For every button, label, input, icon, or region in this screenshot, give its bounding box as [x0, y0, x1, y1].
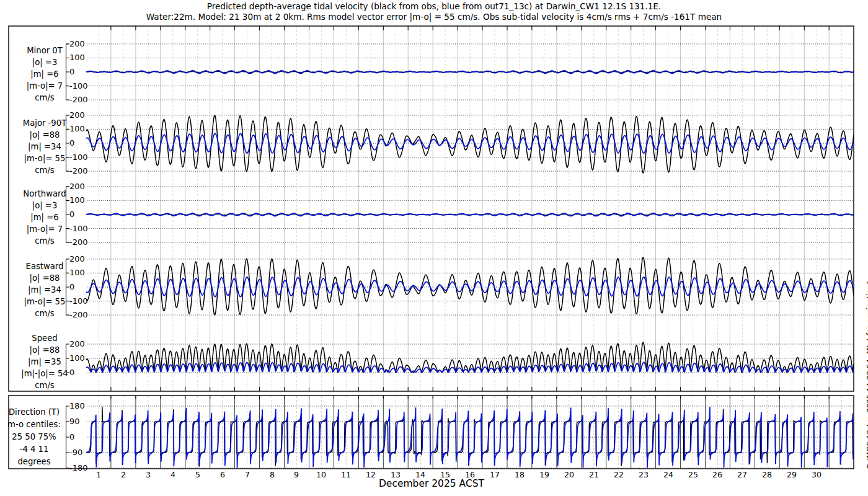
y-tick-label: 200 [69, 39, 85, 48]
panel-label-line: 25 50 75% [0, 431, 78, 443]
panel-label-line: m-o centiles: [0, 418, 78, 431]
panel-label-line: |m|-|o|= 54 [1, 368, 88, 379]
x-tick-label: 20 [559, 470, 580, 479]
x-tick-label: 5 [187, 470, 208, 479]
x-axis-title: December 2025 ACST [246, 478, 618, 489]
panel-label-line: cm/s [1, 379, 88, 391]
y-tick-label: -100 [69, 153, 88, 162]
x-tick-label: 27 [732, 470, 753, 479]
plot-canvas [0, 0, 868, 496]
y-tick-label: -180 [69, 463, 88, 472]
y-tick-label: 100 [69, 124, 85, 133]
panel-label-line: degrees [0, 456, 78, 468]
y-tick-label: 0 [69, 138, 74, 148]
x-tick-label: 19 [534, 470, 555, 479]
x-tick-label: 11 [335, 470, 356, 479]
x-tick-label: 22 [608, 470, 629, 479]
y-tick-label: 100 [69, 195, 85, 205]
x-tick-label: 2 [113, 470, 134, 479]
x-tick-label: 23 [633, 470, 654, 479]
panel-label-line: Direction (T) [0, 406, 78, 418]
y-tick-label: -200 [69, 95, 88, 104]
x-tick-label: 3 [138, 470, 159, 479]
y-tick-label: 200 [69, 254, 85, 264]
y-tick-label: 0 [69, 282, 74, 291]
y-tick-label: 0 [69, 67, 74, 76]
y-tick-label: -90 [69, 448, 82, 457]
x-tick-label: 7 [237, 470, 258, 479]
x-tick-label: 16 [459, 470, 480, 479]
panel-label-line: -4 4 11 [0, 443, 78, 456]
y-tick-label: -100 [69, 224, 88, 233]
panel-label-line: |m| =34 [1, 284, 88, 296]
y-tick-label: 200 [69, 339, 85, 348]
x-tick-label: 6 [212, 470, 233, 479]
x-tick-label: 1 [88, 470, 109, 479]
y-tick-label: 0 [69, 210, 74, 219]
panel-label-line: |m| =34 [1, 141, 88, 153]
x-tick-label: 17 [484, 470, 505, 479]
x-tick-label: 25 [683, 470, 704, 479]
y-tick-label: -200 [69, 237, 88, 247]
x-tick-label: 14 [410, 470, 431, 479]
y-tick-label: 100 [69, 353, 85, 363]
x-tick-label: 15 [435, 470, 456, 479]
y-tick-label: 180 [69, 401, 85, 410]
y-tick-label: -100 [69, 81, 88, 91]
x-tick-label: 28 [756, 470, 777, 479]
x-tick-label: 24 [658, 470, 679, 479]
y-tick-label: 200 [69, 110, 85, 120]
x-tick-label: 26 [707, 470, 728, 479]
y-tick-label: 0 [69, 368, 74, 377]
y-tick-label: -100 [69, 296, 88, 306]
x-tick-label: 10 [311, 470, 332, 479]
y-tick-label: 0 [69, 432, 74, 441]
x-tick-label: 21 [583, 470, 604, 479]
tidal-prediction-figure: Predicted depth-average tidal velocity (… [0, 0, 868, 496]
y-tick-label: -200 [69, 166, 88, 175]
panel-label-line: |m| =6 [1, 68, 88, 80]
x-tick-label: 18 [509, 470, 530, 479]
y-tick-label: 200 [69, 182, 85, 191]
x-tick-label: 9 [286, 470, 307, 479]
y-tick-label: 100 [69, 268, 85, 277]
panel-label-line: |m| =6 [1, 211, 88, 223]
x-tick-label: 29 [781, 470, 802, 479]
y-tick-label: 100 [69, 53, 85, 62]
x-tick-label: 4 [162, 470, 184, 479]
y-tick-label: 90 [69, 417, 80, 426]
watermark: © IMOS 18-Jun-2025 14:29:54. *Not for na… [866, 281, 868, 470]
x-tick-label: 8 [262, 470, 283, 479]
x-tick-label: 12 [360, 470, 381, 479]
panel-label-direction: Direction (T)m-o centiles:25 50 75%-4 4 … [0, 406, 78, 468]
y-tick-label: -200 [69, 310, 88, 319]
x-tick-label: 30 [806, 470, 827, 479]
x-tick-label: 13 [385, 470, 406, 479]
